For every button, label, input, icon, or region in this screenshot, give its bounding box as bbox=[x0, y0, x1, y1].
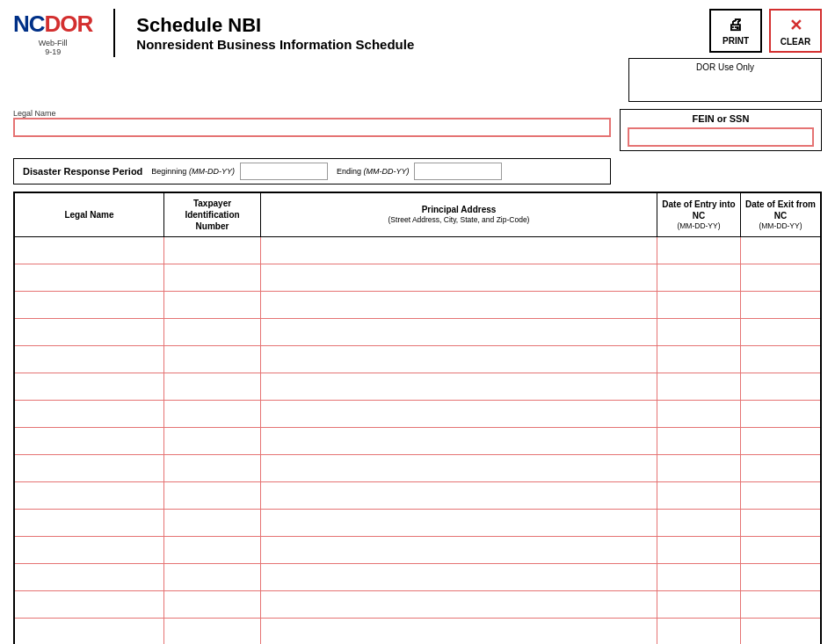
input-date-exit[interactable] bbox=[741, 482, 820, 509]
input-tin[interactable] bbox=[164, 264, 260, 291]
input-date-exit[interactable] bbox=[741, 455, 820, 481]
cell-address bbox=[261, 237, 657, 264]
cell-date-exit bbox=[741, 373, 820, 400]
clear-button[interactable]: ✕ CLEAR bbox=[769, 9, 822, 53]
input-legal-name[interactable] bbox=[15, 346, 163, 373]
input-date-exit[interactable] bbox=[741, 292, 820, 318]
input-address[interactable] bbox=[261, 537, 657, 563]
input-tin[interactable] bbox=[164, 482, 260, 509]
fein-input[interactable] bbox=[628, 127, 814, 147]
input-legal-name[interactable] bbox=[15, 510, 163, 536]
input-date-entry[interactable] bbox=[657, 292, 740, 318]
input-date-entry[interactable] bbox=[657, 482, 740, 509]
main-table: Legal Name Taxpayer Identification Numbe… bbox=[13, 192, 822, 644]
input-address[interactable] bbox=[261, 319, 657, 345]
input-date-exit[interactable] bbox=[741, 564, 820, 590]
table-row bbox=[15, 237, 820, 264]
input-date-entry[interactable] bbox=[657, 373, 740, 400]
input-date-exit[interactable] bbox=[741, 428, 820, 454]
input-date-exit[interactable] bbox=[741, 510, 820, 536]
input-tin[interactable] bbox=[164, 564, 260, 590]
input-address[interactable] bbox=[261, 346, 657, 373]
input-tin[interactable] bbox=[164, 237, 260, 264]
legal-name-input[interactable] bbox=[13, 118, 611, 137]
input-legal-name[interactable] bbox=[15, 292, 163, 318]
input-date-entry[interactable] bbox=[657, 591, 740, 618]
input-tin[interactable] bbox=[164, 537, 260, 563]
input-tin[interactable] bbox=[164, 373, 260, 400]
col-date-exit: Date of Exit from NC (MM-DD-YY) bbox=[741, 193, 820, 236]
beginning-date-input[interactable] bbox=[240, 163, 328, 180]
input-address[interactable] bbox=[261, 373, 657, 400]
input-legal-name[interactable] bbox=[15, 591, 163, 618]
print-button[interactable]: 🖨 PRINT bbox=[709, 9, 762, 53]
table-row bbox=[15, 264, 820, 292]
cell-address bbox=[261, 428, 657, 454]
input-address[interactable] bbox=[261, 564, 657, 590]
input-date-entry[interactable] bbox=[657, 510, 740, 536]
input-date-entry[interactable] bbox=[657, 346, 740, 373]
beginning-label: Beginning (MM-DD-YY) bbox=[151, 167, 235, 176]
input-legal-name[interactable] bbox=[15, 428, 163, 454]
cell-date-exit bbox=[741, 537, 820, 563]
input-date-entry[interactable] bbox=[657, 537, 740, 563]
input-date-exit[interactable] bbox=[741, 401, 820, 427]
input-date-entry[interactable] bbox=[657, 619, 740, 644]
input-date-entry[interactable] bbox=[657, 564, 740, 590]
input-legal-name[interactable] bbox=[15, 319, 163, 345]
input-address[interactable] bbox=[261, 455, 657, 481]
input-tin[interactable] bbox=[164, 428, 260, 454]
cell-tin bbox=[164, 537, 261, 563]
cell-tin bbox=[164, 264, 261, 291]
input-date-exit[interactable] bbox=[741, 373, 820, 400]
input-legal-name[interactable] bbox=[15, 619, 163, 644]
input-address[interactable] bbox=[261, 591, 657, 618]
input-date-entry[interactable] bbox=[657, 264, 740, 291]
input-date-exit[interactable] bbox=[741, 237, 820, 264]
input-date-entry[interactable] bbox=[657, 319, 740, 345]
input-date-entry[interactable] bbox=[657, 428, 740, 454]
clear-icon: ✕ bbox=[789, 16, 802, 35]
cell-tin bbox=[164, 319, 261, 345]
input-legal-name[interactable] bbox=[15, 237, 163, 264]
input-legal-name[interactable] bbox=[15, 264, 163, 291]
input-address[interactable] bbox=[261, 292, 657, 318]
input-address[interactable] bbox=[261, 510, 657, 536]
input-address[interactable] bbox=[261, 401, 657, 427]
input-tin[interactable] bbox=[164, 591, 260, 618]
ending-date-input[interactable] bbox=[414, 163, 502, 180]
input-date-entry[interactable] bbox=[657, 237, 740, 264]
input-date-exit[interactable] bbox=[741, 346, 820, 373]
input-tin[interactable] bbox=[164, 292, 260, 318]
input-legal-name[interactable] bbox=[15, 373, 163, 400]
input-date-exit[interactable] bbox=[741, 591, 820, 618]
input-date-exit[interactable] bbox=[741, 319, 820, 345]
input-address[interactable] bbox=[261, 428, 657, 454]
input-date-exit[interactable] bbox=[741, 619, 820, 644]
input-date-exit[interactable] bbox=[741, 537, 820, 563]
input-date-entry[interactable] bbox=[657, 401, 740, 427]
input-legal-name[interactable] bbox=[15, 455, 163, 481]
input-tin[interactable] bbox=[164, 319, 260, 345]
table-row bbox=[15, 401, 820, 428]
cell-date-entry bbox=[657, 319, 741, 345]
legal-fein-row: Legal Name FEIN or SSN bbox=[13, 109, 822, 151]
input-tin[interactable] bbox=[164, 401, 260, 427]
input-date-entry[interactable] bbox=[657, 455, 740, 481]
input-address[interactable] bbox=[261, 482, 657, 509]
input-legal-name[interactable] bbox=[15, 482, 163, 509]
input-date-exit[interactable] bbox=[741, 264, 820, 291]
buttons-row: 🖨 PRINT ✕ CLEAR bbox=[709, 9, 822, 53]
input-tin[interactable] bbox=[164, 510, 260, 536]
input-legal-name[interactable] bbox=[15, 401, 163, 427]
input-legal-name[interactable] bbox=[15, 564, 163, 590]
input-tin[interactable] bbox=[164, 346, 260, 373]
cell-date-entry bbox=[657, 564, 741, 590]
input-tin[interactable] bbox=[164, 455, 260, 481]
input-tin[interactable] bbox=[164, 619, 260, 644]
input-address[interactable] bbox=[261, 619, 657, 644]
top-right-area: 🖨 PRINT ✕ CLEAR DOR Use Only bbox=[628, 9, 822, 102]
input-address[interactable] bbox=[261, 264, 657, 291]
input-legal-name[interactable] bbox=[15, 537, 163, 563]
input-address[interactable] bbox=[261, 237, 657, 264]
